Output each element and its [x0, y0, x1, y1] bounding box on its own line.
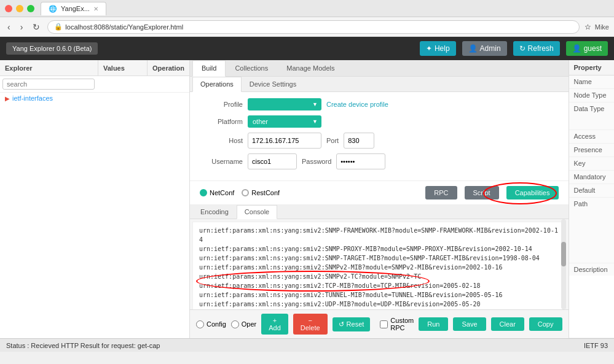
reload-button[interactable]: ↻ [30, 21, 42, 33]
back-button[interactable]: ‹ [5, 21, 13, 33]
tab-build[interactable]: Build [192, 60, 226, 77]
sidebar-panel: Explorer Values Operation ▶ ietf-interfa… [0, 60, 190, 338]
help-button[interactable]: ✦ Help [420, 41, 456, 56]
tree-expand-icon: ▶ [5, 95, 10, 102]
password-label: Password [302, 158, 331, 165]
forward-button[interactable]: › [18, 21, 26, 33]
refresh-button[interactable]: ↻ Refresh [513, 41, 560, 56]
delete-label: Delete [301, 324, 320, 331]
encoding-tab[interactable]: Encoding [192, 205, 237, 219]
capabilities-button[interactable]: Capabilities [506, 186, 559, 199]
netconf-radio-label[interactable]: NetConf [200, 189, 234, 196]
app-title-button[interactable]: Yang Explorer 0.6.0 (Beta) [6, 42, 98, 55]
tab-manage-models[interactable]: Manage Models [277, 60, 344, 76]
prop-row-node-type: Node Type leaf [569, 89, 615, 103]
prop-row-name: Name name [569, 76, 615, 89]
host-input[interactable] [248, 133, 321, 149]
clear-button[interactable]: Clear [491, 317, 524, 331]
restconf-radio[interactable] [242, 189, 249, 196]
prop-presence-label: Presence [569, 144, 615, 157]
host-row: Host Port [200, 133, 559, 149]
netconf-radio[interactable] [200, 189, 207, 196]
url-text: localhost:8088/static/YangExplorer.html [65, 23, 183, 31]
minimize-dot[interactable] [16, 5, 23, 12]
netconf-label: NetConf [210, 189, 234, 196]
browser-tab[interactable]: 🌐 YangEx... ✕ [41, 2, 106, 15]
guest-label: guest [584, 44, 602, 53]
restconf-radio-label[interactable]: RestConf [242, 189, 280, 196]
console-area[interactable]: urn:ietf:params:xml:ns:yang:smiv2:SNMP-F… [192, 222, 566, 309]
status-right: IETF 93 [584, 342, 608, 349]
script-button[interactable]: Script [465, 186, 499, 199]
tab-collections-label: Collections [235, 64, 268, 72]
col-operation-label: Operation [152, 64, 184, 72]
oper-label: Oper [242, 320, 256, 328]
config-radio[interactable] [196, 320, 204, 328]
password-input[interactable] [336, 153, 385, 169]
custom-rpc-label[interactable]: Custom RPC [380, 317, 414, 331]
prop-key-label: Key [569, 157, 615, 170]
tab-close-icon[interactable]: ✕ [93, 6, 98, 12]
reset-button[interactable]: ↺ Reset [333, 317, 371, 331]
platform-select[interactable]: other [248, 115, 321, 128]
prop-row-default: Default [569, 184, 615, 198]
console-line-9: urn:ietf:params:xml:ns:yang:smiv2:VPN-TC… [199, 309, 559, 309]
status-text: Status : Recieved HTTP Result for reques… [6, 342, 160, 349]
prop-node-type-label: Node Type [569, 89, 615, 102]
oper-radio[interactable] [231, 320, 239, 328]
console-line-4: urn:ietf:params:xml:ns:yang:smiv2:SNMPv2… [199, 263, 559, 272]
sub-tab-operations[interactable]: Operations [192, 77, 242, 92]
refresh-label: Refresh [528, 44, 554, 53]
scrollbar-track[interactable] [561, 219, 566, 309]
form-section: Profile Create device profile Platform o… [190, 92, 569, 181]
admin-button[interactable]: 👤 Admin [462, 41, 507, 56]
scrollbar-thumb[interactable] [561, 242, 566, 266]
col-explorer-label: Explorer [5, 64, 33, 72]
guest-button[interactable]: 👤 guest [566, 41, 608, 56]
copy-button[interactable]: Copy [529, 317, 562, 331]
run-button[interactable]: Run [419, 317, 448, 331]
add-label: Add [269, 324, 281, 331]
console-tab[interactable]: Console [237, 205, 277, 219]
close-dot[interactable] [5, 5, 12, 12]
port-input[interactable] [344, 133, 374, 149]
browser-navbar: ‹ › ↻ 🔒 localhost:8088/static/YangExplor… [0, 17, 614, 37]
tab-favicon: 🌐 [49, 5, 57, 13]
custom-rpc-text: Custom RPC [390, 317, 414, 331]
bookmark-icon[interactable]: ☆ [584, 23, 591, 31]
prop-mandatory-label: Mandatory [569, 171, 615, 184]
col-values-header: Values [98, 60, 148, 76]
nav-right: ☆ Mike [584, 23, 609, 31]
profile-select[interactable] [248, 98, 321, 110]
create-profile-link[interactable]: Create device profile [326, 101, 388, 108]
restconf-label: RestConf [251, 189, 280, 196]
delete-button[interactable]: − Delete [293, 314, 328, 335]
add-button[interactable]: + Add [261, 314, 288, 335]
tab-collections[interactable]: Collections [226, 60, 277, 76]
center-panel: Build Collections Manage Models Operatio… [190, 60, 569, 338]
search-row [0, 76, 189, 93]
console-line-2: urn:ietf:params:xml:ns:yang:smiv2:SNMP-P… [199, 244, 559, 254]
console-line-3: urn:ietf:params:xml:ns:yang:smiv2:SNMP-T… [199, 254, 559, 263]
host-label: Host [200, 137, 243, 144]
tab-title: YangEx... [61, 5, 90, 12]
address-bar[interactable]: 🔒 localhost:8088/static/YangExplorer.htm… [47, 20, 579, 34]
prop-row-presence: Presence [569, 144, 615, 157]
maximize-dot[interactable] [27, 5, 34, 12]
sub-tab-device-settings[interactable]: Device Settings [242, 77, 304, 91]
oper-radio-label[interactable]: Oper [231, 320, 256, 328]
col-values-label: Values [103, 64, 125, 72]
config-radio-label[interactable]: Config [196, 320, 226, 328]
prop-row-access: Access read-only [569, 130, 615, 144]
save-button[interactable]: Save [453, 317, 486, 331]
config-label: Config [207, 320, 226, 328]
custom-rpc-checkbox[interactable] [380, 320, 388, 328]
tab-manage-models-label: Manage Models [286, 64, 334, 72]
search-input[interactable] [2, 79, 95, 90]
console-line-5: urn:ietf:params:xml:ns:yang:smiv2:SNMPv2… [199, 272, 559, 281]
rpc-button[interactable]: RPC [425, 186, 457, 199]
browser-titlebar: 🌐 YangEx... ✕ [0, 0, 614, 17]
console-tab-label: Console [245, 208, 269, 215]
username-input[interactable] [248, 153, 297, 169]
tree-item-ietf-interfaces[interactable]: ▶ ietf-interfaces [0, 93, 189, 104]
